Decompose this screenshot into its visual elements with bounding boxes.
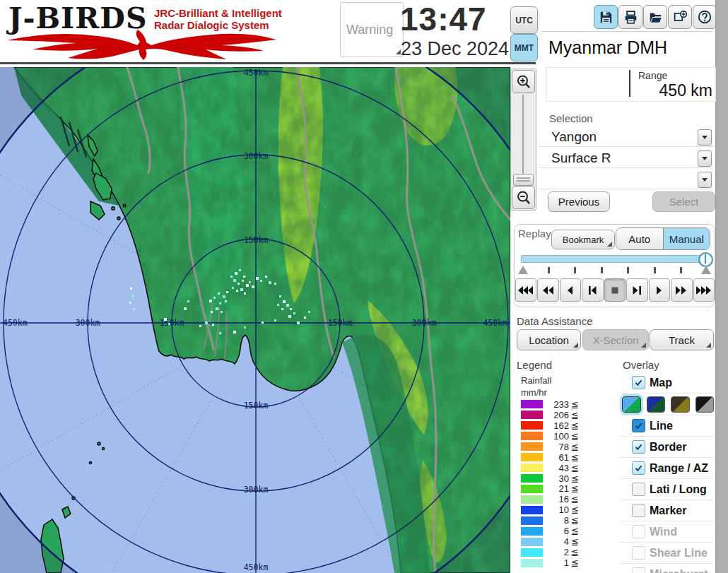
option-dropdown-arrow[interactable] (698, 172, 712, 188)
replay-timeline-track[interactable] (521, 255, 708, 263)
checkbox[interactable] (632, 504, 645, 517)
checkbox[interactable] (632, 483, 645, 496)
map-style-terrain-blue-green[interactable] (622, 396, 641, 413)
map-style-black-grey[interactable] (695, 396, 715, 413)
stop-icon (606, 285, 624, 296)
data-assistance-label: Data Assistance (517, 315, 593, 327)
radar-echo (216, 307, 218, 310)
fast-forward-3-button[interactable] (693, 278, 715, 302)
legend-color-swatch (521, 442, 543, 451)
option-dropdown[interactable] (539, 170, 714, 189)
previous-button[interactable]: Previous (548, 191, 610, 212)
legend-row: 4≦ (521, 536, 585, 547)
legend-color-swatch (521, 506, 543, 514)
legend-color-swatch (521, 559, 543, 567)
radar-echo (244, 293, 246, 295)
zoom-out-button[interactable] (512, 186, 535, 209)
help-button[interactable] (693, 5, 717, 29)
location-button[interactable]: Location (517, 329, 581, 350)
map-style-selector (620, 394, 714, 415)
product-dropdown[interactable]: Surface R (539, 148, 714, 168)
select-button: Select (652, 191, 715, 212)
range-label: Range (638, 70, 667, 81)
legend-row: 30≦ (521, 473, 585, 484)
radar-echo (256, 277, 259, 280)
overlay-item-line[interactable]: Line (620, 415, 714, 437)
radar-echo (219, 332, 221, 334)
bookmark-button[interactable]: Bookmark (551, 230, 615, 249)
legend-row: 78≦ (521, 442, 585, 452)
legend-color-swatch (521, 485, 543, 493)
radar-echo (129, 302, 131, 304)
legend-value: 6 (543, 526, 569, 536)
track-button[interactable]: Track (650, 329, 714, 350)
checked-checkbox[interactable] (632, 461, 645, 475)
zoom-slider-handle[interactable] (513, 174, 534, 186)
overlay-item-lati-long[interactable]: Lati / Long (620, 479, 714, 500)
legend-leq-symbol: ≦ (571, 420, 579, 431)
checked-checkbox[interactable] (632, 440, 645, 454)
warning-button[interactable]: Warning (340, 2, 404, 57)
timezone-utc-button[interactable]: UTC (510, 6, 538, 34)
zoom-in-button[interactable] (512, 70, 535, 93)
range-ring-label: 150km (244, 235, 269, 245)
legend-row: 100≦ (521, 431, 585, 442)
legend-row: 162≦ (521, 420, 585, 431)
fast-forward-2-button[interactable] (671, 278, 692, 302)
legend-leq-symbol: ≦ (571, 515, 579, 526)
checked-checkbox[interactable] (632, 376, 645, 389)
stop-button[interactable] (604, 278, 626, 302)
legend-value: 21 (543, 483, 569, 494)
radar-echo (239, 269, 241, 271)
legend-color-swatch (521, 453, 543, 461)
step-forward-button[interactable] (626, 278, 647, 302)
legend-row: 16≦ (521, 494, 585, 504)
step-back-button[interactable] (582, 278, 603, 302)
legend-value: 16 (543, 494, 569, 504)
overlay-item-map[interactable]: Map (620, 372, 714, 394)
play-icon (650, 285, 669, 296)
range-ring-label: 150km (160, 318, 184, 328)
legend-leq-symbol: ≦ (571, 452, 579, 463)
radar-echo (260, 280, 262, 282)
overlay-item-marker[interactable]: Marker (620, 500, 714, 521)
legend-leq-symbol: ≦ (571, 526, 579, 536)
legend-value: 43 (543, 463, 569, 473)
replay-mode-switch: Auto Manual (616, 228, 710, 250)
zoom-slider-track[interactable] (522, 95, 524, 181)
warning-label: Warning (346, 23, 393, 37)
play-button[interactable] (649, 278, 670, 302)
timezone-mmt-button[interactable]: MMT (510, 34, 538, 61)
map-style-dark-olive[interactable] (671, 396, 690, 413)
legend-leq-symbol: ≦ (571, 431, 579, 442)
checked-checkbox[interactable] (632, 419, 645, 432)
add-image-button[interactable] (668, 5, 692, 29)
legend-row: 21≦ (521, 484, 585, 495)
save-button[interactable] (594, 5, 618, 29)
radar-echo (279, 295, 281, 297)
radar-map[interactable]: 150km150km150km150km300km300km300km300km… (0, 67, 510, 573)
range-ring-label: 150km (328, 318, 353, 328)
fast-rewind-3-button[interactable] (515, 278, 536, 302)
auto-mode-button[interactable]: Auto (616, 228, 663, 249)
fast-rewind-2-button[interactable] (537, 278, 558, 302)
product-dropdown-arrow[interactable] (698, 150, 712, 167)
replay-label: Replay (518, 228, 551, 240)
legend-color-swatch (521, 400, 543, 408)
legend-color-swatch (521, 538, 543, 546)
map-style-dark-navy-green[interactable] (647, 396, 666, 413)
replay-timeline-handle[interactable] (698, 252, 713, 267)
right-scroll-strip[interactable] (715, 0, 728, 573)
manual-mode-button[interactable]: Manual (663, 228, 710, 249)
overlay-item-border[interactable]: Border (620, 437, 714, 458)
legend-value: 10 (543, 504, 569, 515)
overlay-item-range-az[interactable]: Range / AZ (620, 458, 714, 479)
radar-echo (265, 276, 267, 278)
site-dropdown[interactable]: Yangon (539, 127, 714, 147)
overlay-item-label: Marker (650, 504, 686, 517)
legend-row: 1≦ (521, 557, 585, 568)
print-button[interactable] (618, 5, 642, 29)
site-dropdown-arrow[interactable] (698, 129, 712, 146)
play-reverse-button[interactable] (560, 278, 581, 302)
open-file-button[interactable] (643, 5, 667, 29)
